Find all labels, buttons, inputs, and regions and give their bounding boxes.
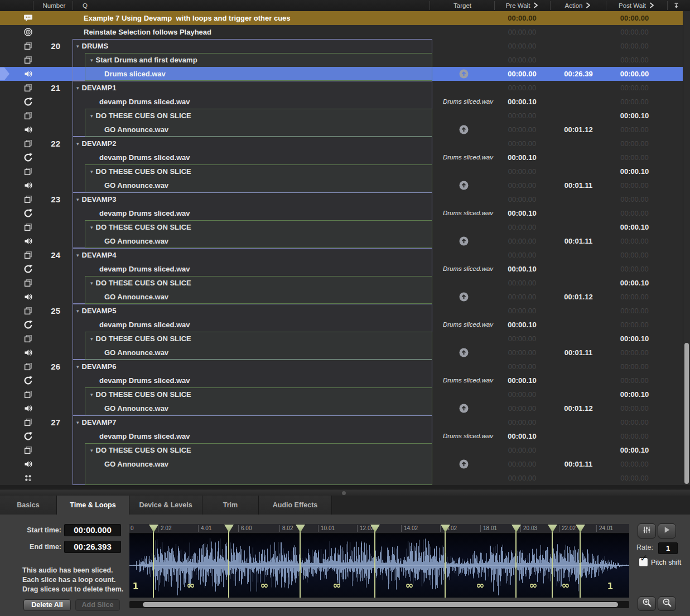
loop-count-label[interactable]: 1 <box>133 581 138 591</box>
tab-audio-effects[interactable]: Audio Effects <box>259 496 332 515</box>
cue-number[interactable]: 20 <box>32 39 60 53</box>
cue-row[interactable]: devamp Drums sliced.wavDrums sliced.wav0… <box>0 262 683 276</box>
post-wait-value[interactable]: 00:00.00 <box>607 374 662 387</box>
post-wait-value[interactable]: 00:00.00 <box>607 192 662 206</box>
vertical-scrollbar[interactable] <box>683 11 690 485</box>
act-wait-value[interactable]: 00:01.11 <box>551 346 606 360</box>
cue-name[interactable]: ▾DEVAMP6 <box>76 360 116 374</box>
cue-row[interactable]: 27▾DEVAMP700:00.0000:00.00 <box>0 415 683 429</box>
tab-time-loops[interactable]: Time & Loops <box>57 496 129 515</box>
cue-number[interactable]: 21 <box>32 81 60 95</box>
cue-row[interactable]: ▾DO THESE CUES ON SLICE00:00.0000:00.10 <box>0 443 683 457</box>
post-wait-value[interactable]: 00:00.00 <box>607 471 662 485</box>
cue-name[interactable]: ▾DEVAMP3 <box>76 192 116 206</box>
disclosure-triangle-icon[interactable]: ▾ <box>90 336 93 342</box>
horizontal-scrollbar[interactable] <box>129 601 629 608</box>
cue-target[interactable]: Drums sliced.wav <box>431 374 493 387</box>
cue-name[interactable]: devamp Drums sliced.wav <box>99 262 190 276</box>
cue-row[interactable]: GO Announce.wav00:00.0000:01.1200:00.00 <box>0 401 683 415</box>
post-wait-value[interactable]: 00:00.00 <box>607 346 662 360</box>
post-wait-value[interactable]: 00:00.10 <box>607 164 662 178</box>
pre-wait-value[interactable]: 00:00.00 <box>495 387 549 401</box>
loop-count-label[interactable]: ∞ <box>529 579 538 591</box>
cue-row[interactable]: 00:00.0000:00.00 <box>0 471 683 485</box>
cue-row[interactable]: GO Announce.wav00:00.0000:01.1100:00.00 <box>0 234 683 248</box>
disclosure-triangle-icon[interactable]: ▾ <box>76 364 79 370</box>
post-wait-value[interactable]: 00:00.00 <box>607 206 662 220</box>
post-wait-value[interactable]: 00:00.00 <box>607 53 662 67</box>
loop-count-label[interactable]: ∞ <box>333 579 341 591</box>
cue-row[interactable]: 24▾DEVAMP400:00.0000:00.00 <box>0 248 683 262</box>
cue-name[interactable]: Reinstate Selection follows Playhead <box>84 25 211 39</box>
act-wait-value[interactable]: 00:01.12 <box>551 123 606 137</box>
cue-name[interactable]: ▾DO THESE CUES ON SLICE <box>90 443 191 457</box>
cue-number[interactable]: 25 <box>32 304 60 318</box>
pre-wait-value[interactable]: 00:00.00 <box>495 276 549 290</box>
zoom-in-button[interactable] <box>638 596 656 611</box>
vertical-scrollbar-thumb[interactable] <box>684 343 689 484</box>
pre-wait-value[interactable]: 00:00.00 <box>495 234 549 248</box>
cue-name[interactable]: Drums sliced.wav <box>104 67 166 81</box>
pre-wait-value[interactable]: 00:00.10 <box>495 151 549 164</box>
post-wait-value[interactable]: 00:00.00 <box>607 248 662 262</box>
cue-row[interactable]: Reinstate Selection follows Playhead00:0… <box>0 25 683 39</box>
pre-wait-value[interactable]: 00:00.00 <box>495 220 549 234</box>
post-wait-value[interactable]: 00:00.00 <box>607 401 662 415</box>
disclosure-triangle-icon[interactable]: ▾ <box>90 57 93 63</box>
loop-count-label[interactable]: ∞ <box>562 579 570 591</box>
tab-basics[interactable]: Basics <box>0 496 57 515</box>
cue-name[interactable]: GO Announce.wav <box>104 457 168 471</box>
cue-number[interactable]: 24 <box>32 248 60 262</box>
cue-name[interactable]: GO Announce.wav <box>104 234 168 248</box>
cue-row[interactable]: devamp Drums sliced.wavDrums sliced.wav0… <box>0 429 683 443</box>
cue-name[interactable]: ▾DO THESE CUES ON SLICE <box>90 276 191 290</box>
pre-wait-value[interactable]: 00:00.00 <box>495 332 549 346</box>
cue-row[interactable]: ▾DO THESE CUES ON SLICE00:00.0000:00.10 <box>0 164 683 178</box>
cue-row[interactable]: GO Announce.wav00:00.0000:01.1100:00.00 <box>0 346 683 360</box>
post-wait-value[interactable]: 00:00.00 <box>607 137 662 151</box>
post-wait-value[interactable]: 00:00.00 <box>607 415 662 429</box>
cue-name[interactable]: ▾DO THESE CUES ON SLICE <box>90 109 191 123</box>
post-wait-value[interactable]: 00:00.00 <box>607 360 662 374</box>
post-wait-value[interactable]: 00:00.10 <box>607 387 662 401</box>
cue-row[interactable]: ▾DO THESE CUES ON SLICE00:00.0000:00.10 <box>0 387 683 401</box>
cue-name[interactable]: Example 7 Using Devamp with loops and tr… <box>84 11 291 25</box>
post-wait-value[interactable]: 00:00.00 <box>607 123 662 137</box>
cue-name[interactable]: devamp Drums sliced.wav <box>99 374 190 387</box>
cue-target[interactable]: Drums sliced.wav <box>431 262 493 276</box>
pre-wait-value[interactable]: 00:00.00 <box>495 248 549 262</box>
cue-name[interactable]: ▾DEVAMP5 <box>76 304 116 318</box>
loop-count-label[interactable]: 1 <box>607 581 613 591</box>
cue-row[interactable]: 23▾DEVAMP300:00.0000:00.00 <box>0 192 683 206</box>
pre-wait-value[interactable]: 00:00.00 <box>495 443 549 457</box>
column-divider[interactable] <box>430 1 430 10</box>
pre-wait-value[interactable]: 00:00.00 <box>495 109 549 123</box>
loop-count-label[interactable]: ∞ <box>187 579 195 591</box>
pre-wait-value[interactable]: 00:00.10 <box>495 318 549 332</box>
cue-name[interactable]: GO Announce.wav <box>104 290 168 304</box>
cue-name[interactable]: ▾DEVAMP7 <box>76 415 116 429</box>
cue-name[interactable]: ▾DO THESE CUES ON SLICE <box>90 387 191 401</box>
pre-wait-value[interactable]: 00:00.10 <box>495 95 549 109</box>
post-wait-value[interactable]: 00:00.10 <box>607 332 662 346</box>
cue-row[interactable]: ▾DO THESE CUES ON SLICE00:00.0000:00.10 <box>0 332 683 346</box>
post-wait-value[interactable]: 00:00.00 <box>607 457 662 471</box>
cue-row[interactable]: devamp Drums sliced.wavDrums sliced.wav0… <box>0 151 683 164</box>
loop-count-label[interactable]: ∞ <box>260 579 269 591</box>
chevron-right-icon[interactable] <box>649 1 654 12</box>
pre-wait-value[interactable]: 00:00.00 <box>495 192 549 206</box>
cue-row[interactable]: 26▾DEVAMP600:00.0000:00.00 <box>0 360 683 374</box>
cue-row[interactable]: Example 7 Using Devamp with loops and tr… <box>0 11 683 25</box>
pre-wait-value[interactable]: 00:00.00 <box>495 137 549 151</box>
act-wait-value[interactable]: 00:01.11 <box>551 457 606 471</box>
cue-name[interactable]: GO Announce.wav <box>104 123 168 137</box>
act-wait-value[interactable]: 00:01.11 <box>551 234 606 248</box>
tab-device-levels[interactable]: Device & Levels <box>129 496 202 515</box>
post-wait-value[interactable]: 00:00.00 <box>607 95 662 109</box>
cue-name[interactable]: ▾DEVAMP1 <box>76 81 116 95</box>
disclosure-triangle-icon[interactable]: ▾ <box>76 85 79 91</box>
post-wait-value[interactable]: 00:00.00 <box>607 262 662 276</box>
disclosure-triangle-icon[interactable]: ▾ <box>90 225 93 230</box>
cue-name[interactable]: ▾DO THESE CUES ON SLICE <box>90 332 191 346</box>
cue-number[interactable]: 26 <box>32 360 60 374</box>
